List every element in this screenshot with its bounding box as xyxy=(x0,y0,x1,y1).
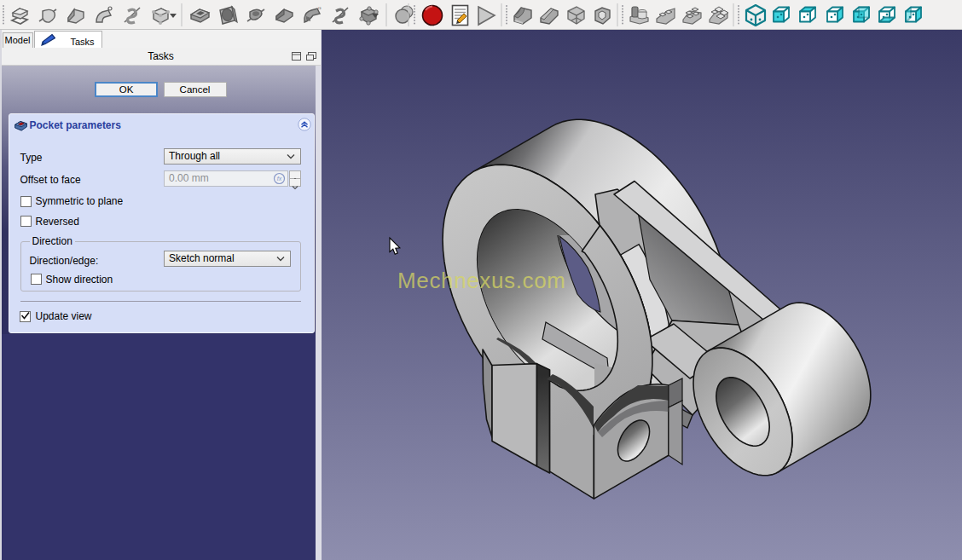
svg-text:fx: fx xyxy=(277,176,282,182)
svg-text:Mechnexus.com: Mechnexus.com xyxy=(397,268,565,293)
svg-text:o: o xyxy=(318,4,322,11)
